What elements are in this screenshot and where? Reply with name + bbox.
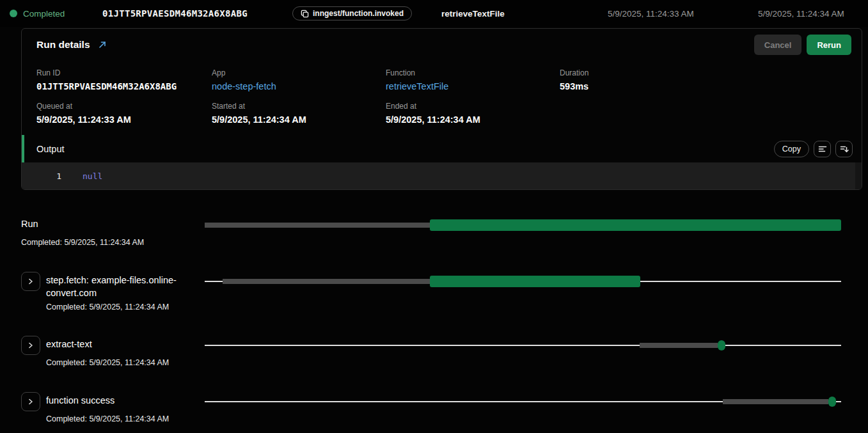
started-at-timestamp: 5/9/2025, 11:24:34 AM: [758, 9, 844, 19]
run-details-grid: Run ID 01JTT5RPVAESDM46M32A6X8ABG App no…: [22, 61, 862, 125]
external-link-icon[interactable]: [98, 40, 107, 49]
rerun-button[interactable]: Rerun: [807, 35, 851, 55]
expand-step-chevron-icon[interactable]: [21, 392, 40, 411]
copy-output-button[interactable]: Copy: [774, 141, 809, 157]
run-timeline: Run Completed: 5/9/2025, 11:24:34 AM ste…: [0, 190, 868, 392]
active-bar: [430, 276, 640, 287]
output-value: null: [83, 171, 102, 181]
function-name-text: retrieveTextFile: [441, 9, 608, 19]
timeline-row-extract-text: extract-text Completed: 5/9/2025, 11:24:…: [0, 336, 868, 392]
output-code-block: 1 null: [22, 162, 862, 189]
step-label: function success: [46, 392, 169, 407]
panel-header: Run details Cancel Rerun: [22, 29, 862, 61]
step-label: step.fetch: example-files.online-convert…: [46, 272, 201, 299]
queue-bar: [723, 399, 828, 404]
timeline-row-step-fetch: step.fetch: example-files.online-convert…: [0, 272, 868, 336]
function-link[interactable]: retrieveTextFile: [386, 81, 560, 91]
timeline-row-run: Run Completed: 5/9/2025, 11:24:34 AM: [0, 216, 868, 272]
queue-bar: [640, 343, 718, 348]
expand-step-chevron-icon[interactable]: [21, 272, 40, 291]
expand-output-icon[interactable]: [835, 141, 853, 157]
queued-at-timestamp: 5/9/2025, 11:24:33 AM: [608, 9, 758, 19]
status-dot-icon: [10, 10, 17, 17]
timeline-run-track: [205, 219, 841, 231]
code-scrollbar[interactable]: [855, 162, 862, 189]
copy-icon: [301, 10, 309, 18]
output-section-header: Output Copy: [22, 135, 862, 162]
cancel-button[interactable]: Cancel: [754, 35, 802, 55]
field-app: App node-step-fetch: [212, 68, 386, 91]
wrap-text-icon[interactable]: [814, 141, 831, 157]
expand-step-chevron-icon[interactable]: [21, 336, 40, 355]
step-track: [205, 340, 841, 351]
active-dot: [828, 397, 836, 407]
field-duration: Duration 593ms: [560, 68, 847, 91]
step-completed: Completed: 5/9/2025, 11:24:34 AM: [46, 358, 169, 367]
active-dot: [718, 340, 725, 350]
output-title: Output: [36, 144, 65, 154]
active-bar: [430, 219, 841, 231]
baseline-line: [205, 345, 841, 346]
timeline-run-label: Run: [21, 216, 205, 229]
step-completed: Completed: 5/9/2025, 11:24:34 AM: [46, 414, 169, 423]
step-track: [205, 276, 841, 287]
field-started-at: Started at 5/9/2025, 11:24:34 AM: [212, 102, 386, 125]
step-track: [205, 396, 841, 407]
step-label: extract-text: [46, 336, 169, 350]
step-completed: Completed: 5/9/2025, 11:24:34 AM: [46, 303, 201, 311]
field-function: Function retrieveTextFile: [386, 68, 560, 91]
run-summary-bar: Completed 01JTT5RPVAESDM46M32A6X8ABG inn…: [0, 0, 868, 27]
field-queued-at: Queued at 5/9/2025, 11:24:33 AM: [36, 102, 212, 125]
queue-bar: [205, 223, 430, 228]
run-id-text: 01JTT5RPVAESDM46M32A6X8ABG: [102, 8, 292, 19]
run-status: Completed: [10, 9, 102, 19]
status-label: Completed: [23, 9, 65, 19]
trigger-event-badge[interactable]: inngest/function.invoked: [292, 6, 412, 20]
trigger-event-label: inngest/function.invoked: [313, 9, 404, 18]
field-run-id: Run ID 01JTT5RPVAESDM46M32A6X8ABG: [36, 68, 212, 91]
line-number: 1: [22, 171, 61, 181]
field-ended-at: Ended at 5/9/2025, 11:24:34 AM: [386, 102, 560, 125]
run-details-panel: Run details Cancel Rerun Run ID 01JTT5RP…: [21, 28, 862, 190]
timeline-run-completed: Completed: 5/9/2025, 11:24:34 AM: [21, 238, 205, 247]
app-link[interactable]: node-step-fetch: [212, 81, 386, 91]
panel-title: Run details: [36, 39, 90, 51]
queue-bar: [223, 279, 430, 284]
